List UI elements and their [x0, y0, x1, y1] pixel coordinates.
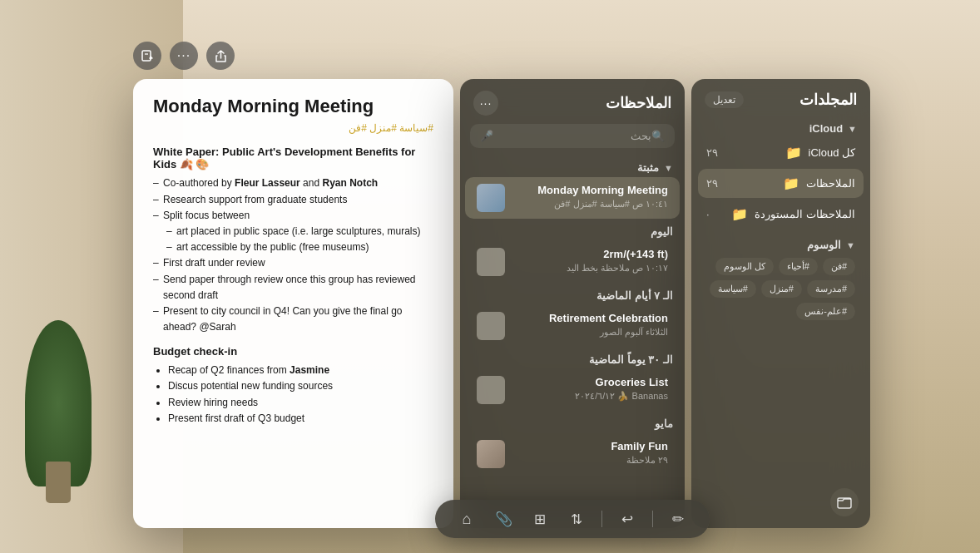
new-note-button[interactable]: [133, 42, 161, 70]
folders-header: تعديل المجلدات: [691, 79, 870, 117]
note-thumb-monday: [477, 184, 505, 212]
note-thumb-family: [477, 440, 505, 468]
notes-menu-button[interactable]: ···: [473, 91, 498, 116]
note-item-meta: ١٠:١٧ ص ملاحظة بخط اليد: [513, 263, 668, 274]
pinned-label: مثبتة: [637, 161, 659, 174]
folder-item-right: الملاحظات المستوردة 📁: [731, 206, 855, 222]
list-item: Recap of Q2 finances from Jasmine: [168, 363, 433, 378]
undo-toolbar-button[interactable]: ↩: [616, 507, 639, 531]
icloud-label: iCloud: [809, 122, 843, 135]
list-item: Send paper through review once this grou…: [153, 272, 433, 304]
note-item-groceries[interactable]: Groceries List Bananas 🍌 ٢٠٢٤/٦/١٢: [465, 369, 680, 411]
folders-body: iCloud ▼ ٢٩ كل iCloud 📁 ٢٩ الملاحظات �: [691, 117, 870, 481]
folder-icon: 📁: [785, 145, 802, 160]
folder-name: كل iCloud: [809, 146, 855, 159]
tags-section-header[interactable]: الوسوم ▼: [705, 235, 857, 258]
note-item-monday[interactable]: Monday Morning Meeting ١٠:٤١ ص #سياسة #م…: [465, 177, 680, 219]
toolbar-separator-2: [652, 511, 653, 527]
search-input[interactable]: [493, 130, 651, 142]
menu-dots-icon: ···: [480, 96, 492, 110]
tags-grid: كل الوسوم #أحياء #فن #سياسة #منزل #مدرسة…: [705, 258, 857, 320]
edit-button[interactable]: تعديل: [705, 91, 744, 108]
new-folder-icon: [837, 495, 852, 510]
folder-item-left: ٢٩: [706, 177, 718, 190]
share-icon: [215, 50, 226, 62]
note-item-content: Family Fun ٢٩ ملاحظة: [513, 440, 668, 466]
tag-all[interactable]: كل الوسوم: [715, 258, 774, 275]
folder-count: ٢٩: [706, 177, 718, 190]
folder-icon: 📁: [731, 206, 748, 222]
folder-item-left: ٢٩: [706, 146, 718, 159]
section2-list: Recap of Q2 finances from Jasmine Discus…: [153, 363, 433, 427]
mic-icon[interactable]: 🎤: [480, 130, 493, 142]
folder-name: الملاحظات المستوردة: [755, 208, 855, 220]
may-label: مايو: [655, 417, 673, 430]
may-section-header: مايو: [460, 412, 685, 433]
note-item-meta: ١٠:٤١ ص #سياسة #منزل #فن: [513, 199, 668, 210]
tag-ilm-nafs[interactable]: #علم-نفس: [796, 303, 855, 320]
pinned-section-header[interactable]: مثبتة ▼: [460, 156, 685, 177]
tags-section: الوسوم ▼ كل الوسوم #أحياء #فن #سياسة #من…: [698, 230, 864, 323]
list-item: Present to city council in Q4! Can you g…: [153, 304, 433, 335]
list-item: Discus potential new funding sources: [168, 378, 433, 394]
tag-siyasa[interactable]: #سياسة: [710, 280, 756, 298]
note-item-retirement[interactable]: Retirement Celebration الثلاثاء آلبوم ال…: [465, 305, 680, 347]
tag-ahyaa[interactable]: #أحياء: [779, 258, 818, 275]
new-folder-button[interactable]: [830, 488, 859, 516]
folder-notes[interactable]: ٢٩ الملاحظات 📁: [698, 169, 864, 198]
icloud-section-header[interactable]: iCloud ▼: [698, 117, 864, 138]
list-item-sub: art accessible by the public (free museu…: [153, 239, 433, 255]
note-item-title: Monday Morning Meeting: [513, 184, 668, 198]
tag-madrasa[interactable]: #مدرسة: [807, 280, 855, 298]
home-toolbar-button[interactable]: ⌂: [455, 507, 478, 531]
note-top-icons: ···: [133, 42, 235, 70]
note-item-family[interactable]: Family Fun ٢٩ ملاحظة: [465, 433, 680, 475]
note-thumb-groceries: [477, 376, 505, 404]
last7-section-header: الـ ٧ أيام الماضية: [460, 284, 685, 305]
attachment-toolbar-button[interactable]: 📎: [492, 507, 515, 531]
note-item-content: Retirement Celebration الثلاثاء آلبوم ال…: [513, 312, 668, 338]
compose-icon: [141, 50, 153, 62]
search-bar[interactable]: 🎤 🔍: [470, 124, 675, 148]
svg-rect-3: [838, 498, 851, 508]
folder-icon: 📁: [783, 175, 799, 191]
note-thumb-2rm: [477, 248, 505, 276]
note-item-title: 2rm/(+143 ft): [513, 248, 668, 262]
svg-rect-0: [142, 51, 151, 61]
note-thumb-retirement: [477, 312, 505, 340]
app-container: ··· Monday Morning Meeting #سیاسة #منزل …: [133, 79, 955, 528]
note-title: Monday Morning Meeting: [153, 96, 433, 117]
more-options-button[interactable]: ···: [170, 42, 198, 70]
note-item-meta: ٢٩ ملاحظة: [513, 455, 668, 466]
list-item-sub: art placed in public space (i.e. large s…: [153, 224, 433, 239]
tag-manzil[interactable]: #منزل: [761, 280, 802, 298]
table-toolbar-button[interactable]: ⊞: [528, 507, 552, 531]
folder-all-icloud[interactable]: ٢٩ كل iCloud 📁: [698, 138, 864, 167]
note-item-title: Groceries List: [513, 376, 668, 390]
today-section-header: اليوم: [460, 220, 685, 241]
list-item: Split focus between: [153, 208, 433, 224]
tag-fan[interactable]: #فن: [823, 258, 855, 275]
bottom-toolbar: ⌂ 📎 ⊞ ⇅ ↩ ✏: [435, 500, 710, 538]
folders-panel: تعديل المجلدات iCloud ▼ ٢٩ كل iCloud 📁: [691, 79, 870, 528]
section1-title: White Paper: Public Art's Development Be…: [153, 146, 433, 170]
notes-list-body: مثبتة ▼ Monday Morning Meeting ١٠:٤١ ص #…: [460, 156, 685, 528]
note-item-content: Monday Morning Meeting ١٠:٤١ ص #سياسة #م…: [513, 184, 668, 210]
indent-toolbar-button[interactable]: ⇅: [565, 507, 588, 531]
notes-list-panel: ··· الملاحظات 🎤 🔍 مثبتة ▼ Monday Morning…: [460, 79, 685, 528]
share-button[interactable]: [206, 42, 235, 70]
folder-count: ٢٩: [706, 146, 718, 159]
folders-title: المجلدات: [799, 91, 857, 109]
note-tags: #سیاسة #منزل #فن: [153, 122, 433, 134]
folder-imported[interactable]: · الملاحظات المستوردة 📁: [698, 200, 864, 229]
folders-bottom: [691, 481, 870, 528]
note-item-title: Family Fun: [513, 440, 668, 454]
note-item-2rm[interactable]: 2rm/(+143 ft) ١٠:١٧ ص ملاحظة بخط اليد: [465, 241, 680, 283]
note-item-title: Retirement Celebration: [513, 312, 668, 326]
edit-toolbar-button[interactable]: ✏: [666, 507, 690, 531]
icloud-chevron: ▼: [848, 124, 857, 134]
folder-count: ·: [706, 208, 710, 220]
list-item: First draft under review: [153, 255, 433, 271]
more-dots-icon: ···: [177, 48, 191, 63]
pinned-chevron: ▼: [664, 163, 673, 173]
